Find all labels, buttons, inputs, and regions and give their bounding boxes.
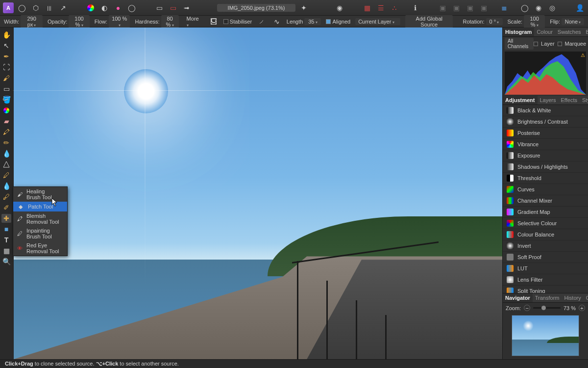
hsl-icon[interactable]: ●: [113, 2, 123, 13]
shape-tool[interactable]: ■: [1, 225, 11, 234]
add-global-source-button[interactable]: Add Global Source: [405, 15, 453, 28]
selection-icon[interactable]: ▭: [154, 2, 165, 13]
gradient-tool[interactable]: [1, 106, 11, 115]
align-icon[interactable]: ≣: [499, 2, 510, 13]
marquee-tool[interactable]: ▭: [1, 84, 11, 93]
adjustment-lens-filter[interactable]: Lens Filter: [503, 274, 588, 286]
histogram-layer-checkbox[interactable]: [534, 42, 538, 46]
flip-field[interactable]: None: [562, 18, 584, 25]
target-icon[interactable]: ◉: [334, 2, 345, 13]
adjustment-black-white[interactable]: Black & White: [503, 105, 588, 116]
scale-field[interactable]: 100 %: [524, 15, 545, 28]
adjustment-soft-proof[interactable]: Soft Proof: [503, 252, 588, 263]
ungroup-icon[interactable]: ◉: [533, 2, 544, 13]
crop-tool[interactable]: ⛶: [1, 63, 11, 72]
zoom-tool[interactable]: 🔍: [1, 257, 11, 266]
layers-icon[interactable]: ◎: [547, 2, 558, 13]
tab-colour[interactable]: Colour: [534, 27, 555, 36]
mesh-tool[interactable]: ▦: [1, 246, 11, 255]
navigator-preview[interactable]: [512, 315, 579, 356]
account-icon[interactable]: 👤: [574, 2, 585, 13]
adjustment-shadows-highlights[interactable]: Shadows / Highlights: [503, 161, 588, 173]
zoom-in-button[interactable]: +: [579, 305, 585, 311]
rotation-field[interactable]: 0 °: [486, 18, 503, 25]
tab-channels[interactable]: Channels: [584, 293, 588, 302]
flow-field[interactable]: 100 %: [109, 15, 130, 28]
persona-tone-icon[interactable]: ↗: [58, 2, 69, 13]
length-field[interactable]: 35: [304, 18, 321, 25]
hardness-field[interactable]: 80 %: [161, 15, 179, 28]
tab-navigator[interactable]: Navigator: [503, 293, 533, 302]
persona-liquify-icon[interactable]: ⬡: [30, 2, 41, 13]
alt-snap-icon[interactable]: ⛬: [389, 2, 400, 13]
flyout-healing-brush[interactable]: 🖌Healing Brush Tool: [13, 187, 67, 202]
tab-transform[interactable]: Transform: [533, 293, 562, 302]
flyout-red-eye[interactable]: 👁Red Eye Removal Tool: [13, 241, 67, 256]
refine-icon[interactable]: ▭: [168, 2, 178, 13]
color-picker-tool[interactable]: ✒: [1, 52, 11, 61]
brush-preview-icon[interactable]: ⛾: [209, 16, 219, 27]
tab-layers[interactable]: Layers: [538, 96, 559, 105]
flyout-inpainting-brush[interactable]: 🖊Inpainting Brush Tool: [13, 226, 67, 241]
canvas[interactable]: [13, 27, 502, 359]
aligned-checkbox[interactable]: [326, 19, 331, 24]
adjustment-vibrance[interactable]: Vibrance: [503, 139, 588, 150]
stabiliser-checkbox[interactable]: [223, 19, 228, 24]
paint-brush-tool[interactable]: 🖌: [1, 74, 11, 82]
selection-brush-tool[interactable]: 🖋: [1, 192, 11, 201]
group-icon[interactable]: ◯: [519, 2, 530, 13]
stamp-tool[interactable]: ✐: [1, 203, 11, 212]
grid-icon[interactable]: ▦: [362, 2, 372, 13]
assistant-icon[interactable]: ℹ: [410, 2, 420, 13]
contrast-icon[interactable]: ◐: [99, 2, 110, 13]
erase-tool[interactable]: ▰: [1, 117, 11, 126]
arrange-back-icon[interactable]: ▣: [437, 2, 448, 13]
rope-mode-icon[interactable]: ⟋: [257, 16, 267, 27]
color-wheel-icon[interactable]: [85, 2, 96, 13]
tab-brushes[interactable]: Brushes: [584, 27, 588, 36]
snap-icon[interactable]: ☰: [375, 2, 386, 13]
sponge-tool[interactable]: 🖊: [1, 171, 11, 180]
flyout-patch-tool[interactable]: ◆Patch Tool: [13, 202, 67, 211]
arrange-backward-icon[interactable]: ▣: [451, 2, 462, 13]
pen-tool[interactable]: [1, 160, 11, 169]
adjustment-gradient-map[interactable]: Gradient Map: [503, 207, 588, 218]
adjustment-channel-mixer[interactable]: Channel Mixer: [503, 195, 588, 207]
adjustment-selective-colour[interactable]: Selective Colour: [503, 218, 588, 229]
blur-tool[interactable]: 💧: [1, 182, 11, 190]
adjustment-colour-balance[interactable]: Colour Balance: [503, 229, 588, 240]
adjustment-lut[interactable]: LUT: [503, 263, 588, 274]
opacity-field[interactable]: 100 %: [69, 15, 89, 28]
window-mode-icon[interactable]: ∿: [271, 16, 281, 27]
healing-tool-group[interactable]: ✚: [1, 214, 11, 223]
persona-develop-icon[interactable]: ⫼: [44, 2, 55, 13]
flyout-blemish-removal[interactable]: 🖍Blemish Removal Tool: [13, 211, 67, 226]
arrange-front-icon[interactable]: ▣: [478, 2, 489, 13]
mask-icon[interactable]: ➟: [181, 2, 192, 13]
tab-swatches[interactable]: Swatches: [555, 27, 584, 36]
zoom-slider[interactable]: [533, 307, 561, 309]
move-tool[interactable]: ↖: [1, 41, 11, 50]
adjustment-invert[interactable]: Invert: [503, 240, 588, 252]
hand-tool[interactable]: ✋: [1, 30, 11, 39]
histogram-channel-select[interactable]: All Channels: [505, 38, 534, 50]
tab-histogram[interactable]: Histogram: [503, 27, 534, 36]
text-tool[interactable]: T: [1, 236, 11, 244]
clone-tool[interactable]: 🖍: [1, 128, 11, 136]
flood-fill-tool[interactable]: 🪣: [1, 95, 11, 104]
persona-photo-icon[interactable]: ◯: [17, 2, 27, 13]
dodge-tool[interactable]: ✏: [1, 138, 11, 147]
adjustment-curves[interactable]: Curves: [503, 184, 588, 195]
arrange-forward-icon[interactable]: ▣: [465, 2, 475, 13]
adjustment-posterise[interactable]: Posterise: [503, 128, 588, 139]
adjustment-brightness-contrast[interactable]: Brightness / Contrast: [503, 116, 588, 128]
levels-icon[interactable]: ◯: [126, 2, 137, 13]
adjustment-threshold[interactable]: Threshold: [503, 173, 588, 184]
zoom-out-button[interactable]: −: [524, 305, 530, 311]
tab-styles[interactable]: Styles: [580, 96, 588, 105]
source-select[interactable]: Current Layer: [355, 18, 400, 25]
histogram-marquee-checkbox[interactable]: [558, 42, 562, 46]
tab-effects[interactable]: Effects: [559, 96, 580, 105]
smudge-tool[interactable]: 💧: [1, 149, 11, 158]
adjustment-exposure[interactable]: Exposure: [503, 150, 588, 161]
